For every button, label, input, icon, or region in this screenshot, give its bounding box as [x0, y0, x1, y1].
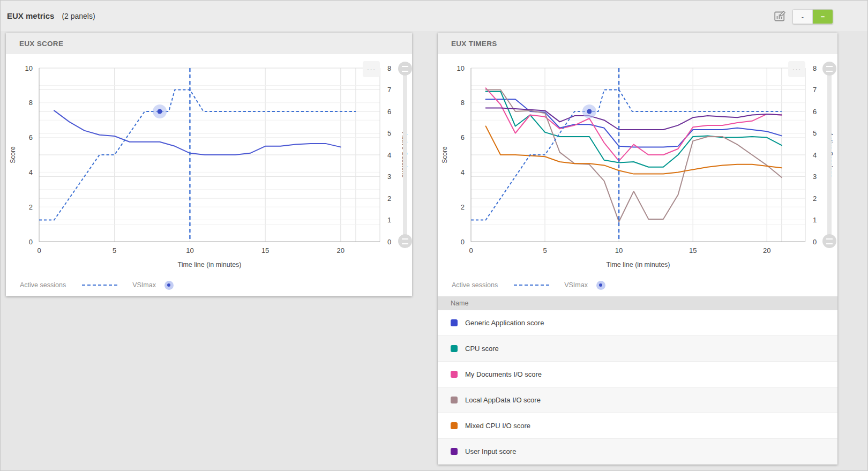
layout-toggle-expanded-button[interactable]: = — [813, 10, 833, 24]
eux-timers-chart-area[interactable]: 051015200246810012345678Time line (in mi… — [438, 54, 837, 274]
axis-label: 0 — [813, 238, 817, 246]
axis-label: 6 — [29, 133, 33, 141]
series-table-row[interactable]: CPU score — [438, 336, 837, 362]
vsimax-legend-label[interactable]: VSImax — [132, 281, 156, 289]
axis-label: Time line (in minutes) — [606, 261, 670, 268]
axis-label: 4 — [387, 151, 391, 159]
chart-edit-icon — [773, 10, 786, 23]
active-sessions-legend-line — [514, 285, 549, 286]
axis-label: 6 — [813, 108, 817, 116]
series-name-label: CPU score — [465, 345, 499, 353]
axis-label: 5 — [813, 129, 817, 137]
series-color-swatch-icon — [451, 319, 458, 326]
axis-label: Active Sessions — [826, 132, 834, 178]
series-table-row[interactable]: My Documents I/O score — [438, 362, 837, 387]
slider-handle-bottom[interactable] — [398, 234, 412, 248]
axis-label: 6 — [461, 133, 465, 141]
series-line[interactable] — [54, 110, 341, 155]
axis-label: 5 — [543, 246, 547, 255]
line-chart-svg: 051015200246810012345678Time line (in mi… — [438, 54, 837, 271]
axis-label: 7 — [387, 86, 391, 94]
axis-label: 4 — [461, 168, 465, 176]
axis-label: 7 — [813, 86, 817, 94]
line-chart-svg: 051015200246810012345678Time line (in mi… — [6, 54, 412, 271]
axis-label: 3 — [387, 173, 391, 181]
series-table-row[interactable]: Mixed CPU I/O score — [438, 413, 837, 439]
axis-label: 0 — [37, 246, 41, 255]
axis-label: 20 — [763, 246, 770, 255]
panel-count: (2 panels) — [62, 12, 95, 20]
axis-label: 0 — [461, 238, 465, 246]
series-table-header: Name — [438, 296, 837, 310]
series-name-label: Local AppData I/O score — [465, 396, 541, 404]
series-name-label: Mixed CPU I/O score — [465, 422, 530, 430]
axis-label: 8 — [813, 64, 817, 72]
axis-label: 3 — [813, 173, 817, 181]
axis-label: 2 — [387, 195, 391, 203]
slider-handle-bottom[interactable] — [822, 234, 836, 248]
axis-label: 10 — [457, 64, 465, 72]
series-table: Generic Application scoreCPU scoreMy Doc… — [438, 310, 837, 465]
slider-handle-top[interactable] — [398, 62, 412, 76]
axis-label: 8 — [29, 99, 33, 107]
axis-label: Score — [9, 146, 17, 163]
eux-score-chart-area[interactable]: 051015200246810012345678Time line (in mi… — [6, 54, 412, 274]
vsimax-marker-dot[interactable] — [158, 109, 162, 114]
axis-label: 0 — [387, 238, 391, 246]
axis-label: 10 — [25, 64, 33, 72]
vsimax-marker-dot[interactable] — [587, 109, 592, 114]
eux-score-panel-header: EUX SCORE — [6, 33, 412, 54]
layout-toggle: - = — [792, 9, 833, 24]
panel-title: EUX TIMERS — [451, 40, 497, 48]
series-table-row[interactable]: Local AppData I/O score — [438, 387, 837, 413]
edit-charts-icon[interactable] — [773, 10, 786, 23]
series-color-swatch-icon — [451, 448, 458, 455]
axis-label: 5 — [113, 246, 116, 255]
series-name-label: My Documents I/O score — [465, 370, 542, 378]
axis-label: 5 — [387, 129, 391, 137]
active-sessions-legend-label[interactable]: Active sessions — [20, 281, 66, 289]
eux-metrics-dashboard: { "topbar": { "title": "EUX metrics", "s… — [0, 0, 868, 471]
active-sessions-legend-label[interactable]: Active sessions — [452, 281, 498, 289]
chart-menu-icon[interactable]: ··· — [788, 61, 805, 77]
series-color-swatch-icon — [451, 397, 458, 403]
axis-label: 15 — [261, 246, 269, 255]
series-color-swatch-icon — [451, 345, 458, 352]
active-sessions-legend-line — [82, 285, 117, 286]
vsimax-legend-dot-icon — [164, 281, 174, 290]
layout-toggle-collapsed-button[interactable]: - — [793, 10, 813, 24]
axis-label: 8 — [387, 64, 391, 72]
axis-label: 0 — [469, 246, 473, 255]
axis-label: Score — [441, 146, 448, 163]
series-name-label: Generic Application score — [465, 319, 544, 327]
series-table-row[interactable]: Generic Application score — [438, 310, 837, 336]
page-title: EUX metrics — [7, 11, 54, 20]
top-bar: EUX metrics (2 panels) - = — [1, 1, 867, 31]
series-name-label: User Input score — [465, 447, 516, 455]
panel-title: EUX SCORE — [19, 40, 63, 48]
axis-label: Active Sessions — [401, 132, 408, 178]
axis-label: 1 — [813, 216, 817, 224]
axis-label: 8 — [461, 99, 465, 107]
axis-label: 20 — [337, 246, 345, 255]
axis-label: Time line (in minutes) — [177, 261, 241, 268]
axis-label: 10 — [615, 246, 623, 255]
series-line[interactable] — [486, 88, 782, 161]
series-color-swatch-icon — [451, 371, 458, 378]
axis-label: 6 — [387, 108, 391, 116]
series-table-row[interactable]: User Input score — [438, 439, 837, 465]
axis-label: 0 — [29, 238, 33, 246]
eux-timers-panel: EUX TIMERS 051015200246810012345678Time … — [438, 33, 837, 465]
slider-handle-top[interactable] — [822, 62, 836, 76]
axis-label: 1 — [387, 216, 391, 224]
eux-score-panel: EUX SCORE 051015200246810012345678Time l… — [6, 33, 412, 296]
chart-legend: Active sessions VSImax — [438, 274, 837, 296]
eux-timers-panel-header: EUX TIMERS — [438, 33, 837, 54]
series-color-swatch-icon — [451, 422, 458, 429]
name-column-header: Name — [451, 300, 468, 307]
chart-legend: Active sessions VSImax — [6, 274, 412, 296]
chart-menu-icon[interactable]: ··· — [363, 61, 380, 77]
axis-label: 2 — [461, 203, 465, 211]
axis-label: 10 — [186, 246, 193, 255]
vsimax-legend-label[interactable]: VSImax — [564, 281, 588, 289]
